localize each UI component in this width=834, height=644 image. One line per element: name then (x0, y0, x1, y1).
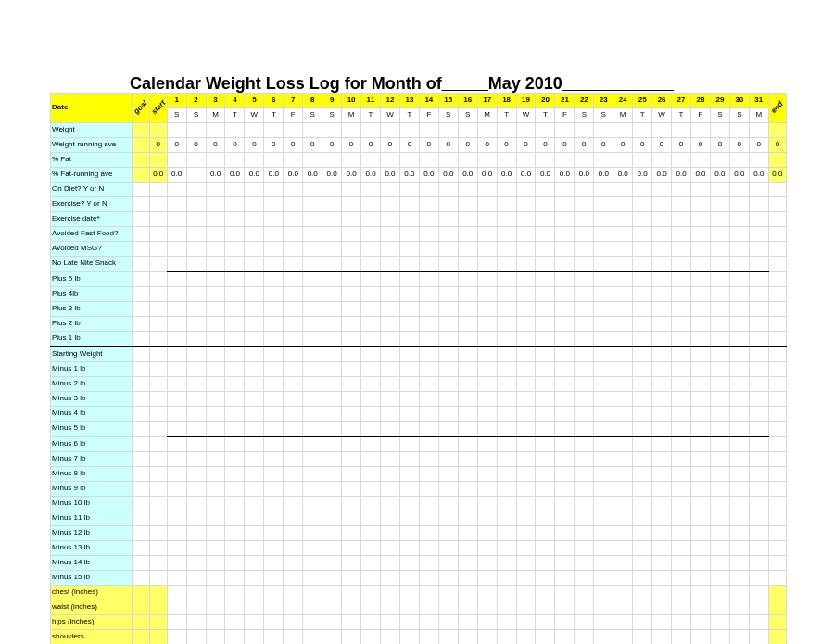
header-day-18: 18 (497, 94, 516, 108)
row-minus-9-d29 (710, 482, 729, 497)
sheet: Calendar Weight Loss Log for Month of___… (0, 0, 834, 644)
row-plus-2: Plus 2 lb (51, 317, 133, 332)
row-no-late-d12 (380, 257, 399, 272)
row-minus-4-d9 (322, 407, 342, 422)
row-weight-d22 (575, 123, 594, 138)
row-exercise-date-d14 (419, 212, 438, 227)
row-avoid-msg-d7 (284, 242, 303, 257)
row-minus-5-d11 (361, 422, 381, 437)
row-minus-8-goal (132, 467, 149, 482)
row-minus-10-d8 (303, 497, 322, 511)
row-minus-4-d15 (438, 407, 458, 422)
row-plus-4-d29 (710, 287, 729, 302)
row-avoid-msg-d9 (322, 242, 342, 257)
row-starting-d17 (477, 347, 497, 362)
row-weight-run-d3: 0 (206, 138, 225, 153)
row-starting-start (149, 347, 167, 362)
row-meas-3-d19 (516, 630, 536, 645)
row-no-late-d16 (458, 257, 477, 272)
row-exercise-d4 (225, 197, 245, 212)
row-exercise-date-d21 (555, 212, 575, 227)
row-minus-11-d24 (613, 511, 633, 526)
row-avoid-msg-end (768, 242, 786, 257)
row-minus-1-d6 (264, 362, 284, 377)
row-minus-8-d19 (516, 467, 536, 482)
row-minus-3-d27 (672, 392, 691, 407)
row-pctfat-d20 (536, 153, 555, 168)
row-minus-15-d29 (710, 571, 729, 586)
row-starting-d21 (555, 347, 575, 362)
row-minus-1-d9 (322, 362, 342, 377)
row-minus-8-d20 (536, 467, 555, 482)
header-dow-12: W (380, 108, 399, 123)
row-meas-0-d13 (399, 586, 419, 600)
row-minus-11-d4 (225, 511, 245, 526)
row-plus-3-d27 (672, 302, 691, 317)
row-plus-2-d24 (613, 317, 633, 332)
row-minus-15-d20 (536, 571, 555, 586)
row-plus-3-d13 (399, 302, 419, 317)
row-starting-d4 (225, 347, 245, 362)
row-exercise-d15 (438, 197, 458, 212)
row-fat-run-d28: 0.0 (690, 168, 710, 183)
row-minus-4-d29 (710, 407, 729, 422)
row-minus-3-d7 (284, 392, 303, 407)
row-no-late-d18 (497, 257, 516, 272)
row-meas-2-d19 (516, 615, 536, 630)
header-dow-15: S (438, 108, 458, 123)
row-minus-8-d23 (594, 467, 613, 482)
row-plus-4-d9 (322, 287, 342, 302)
title-blank2: ____________ (562, 74, 674, 93)
row-minus-14-d10 (342, 556, 361, 571)
row-ondiet-d10 (342, 183, 361, 197)
row-pctfat-d28 (690, 153, 710, 168)
row-exercise-date-d3 (206, 212, 225, 227)
row-minus-1-d8 (303, 362, 322, 377)
row-exercise-date-d26 (652, 212, 672, 227)
row-plus-1-d20 (536, 332, 555, 347)
row-plus-5-d12 (380, 271, 399, 287)
row-minus-1-d21 (555, 362, 575, 377)
row-minus-14: Minus 14 lb (51, 556, 133, 571)
row-meas-1-d12 (380, 600, 399, 615)
row-plus-5-d10 (342, 271, 361, 287)
row-exercise-d20 (536, 197, 555, 212)
row-minus-12-d30 (729, 526, 749, 541)
row-minus-5-d10 (342, 422, 361, 437)
row-plus-2-d10 (342, 317, 361, 332)
row-minus-15-end (768, 571, 786, 586)
row-plus-3-d5 (245, 302, 264, 317)
row-avoid-msg-d14 (419, 242, 438, 257)
row-meas-0-d29 (710, 586, 729, 600)
row-meas-2-d16 (458, 615, 477, 630)
row-meas-3-d29 (710, 630, 729, 645)
row-exercise-date-d25 (633, 212, 652, 227)
row-minus-1-d10 (342, 362, 361, 377)
row-weight-d9 (322, 123, 342, 138)
row-weight-d12 (380, 123, 399, 138)
row-minus-7-d28 (690, 452, 710, 467)
row-no-late-d1 (167, 257, 186, 272)
row-meas-1-d21 (555, 600, 575, 615)
row-weight-d8 (303, 123, 322, 138)
row-starting: Starting Weight (51, 347, 133, 362)
row-minus-9-d19 (516, 482, 536, 497)
row-minus-12-d6 (264, 526, 284, 541)
header-dow-22: S (575, 108, 594, 123)
header-day-17: 17 (477, 94, 497, 108)
row-meas-3-d10 (342, 630, 361, 645)
row-minus-3-d18 (497, 392, 516, 407)
row-minus-14-d26 (652, 556, 672, 571)
row-minus-6-d24 (613, 436, 633, 452)
row-minus-4-d11 (361, 407, 381, 422)
row-minus-12-d2 (186, 526, 206, 541)
row-ondiet-d26 (652, 183, 672, 197)
row-plus-3-d16 (458, 302, 477, 317)
row-minus-14-d14 (419, 556, 438, 571)
row-ondiet-d11 (361, 183, 381, 197)
row-avoid-ff-d21 (555, 227, 575, 242)
row-avoid-ff-d4 (225, 227, 245, 242)
row-minus-10-d27 (672, 497, 691, 511)
row-weight-run-d21: 0 (555, 138, 575, 153)
row-plus-5-d9 (322, 271, 342, 287)
